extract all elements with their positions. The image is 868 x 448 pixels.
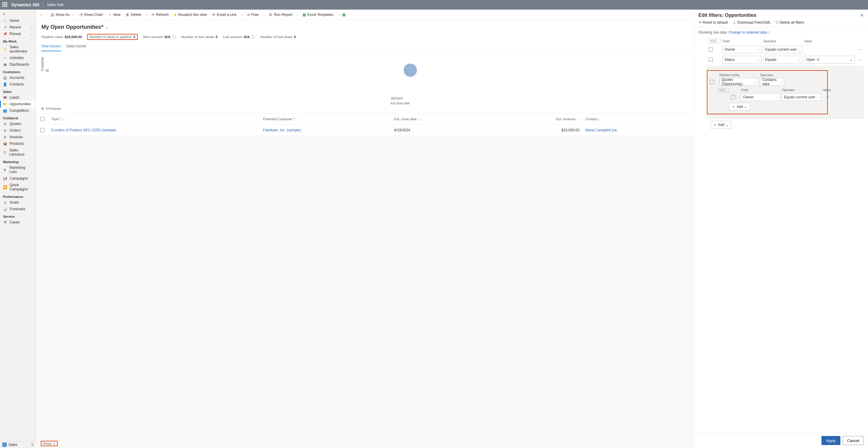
close-icon[interactable]: ✕ [860,13,864,18]
cell-customer-link[interactable]: Fabrikam, Inc. (sample) [263,128,301,132]
nav-opportunities[interactable]: 📂Opportunities [0,101,36,107]
cancel-button[interactable]: Cancel [843,436,864,445]
reset-to-default-button[interactable]: ⟲Reset to default [699,21,728,25]
show-as-button[interactable]: ▤Show As⌄ [49,11,76,18]
refresh-button[interactable]: ⟳Refresh [150,11,170,18]
entity-op-value: Contains data [762,78,780,86]
related-entity-selector[interactable]: Quotes (Opportunity)⌄ [719,78,758,86]
select-all-checkbox[interactable] [36,114,48,125]
view-selector[interactable]: My Open Opportunities* ⌄ [41,24,688,30]
cell-contact-link[interactable]: Maria Campbell (sa [586,128,617,132]
area-switcher[interactable]: S Sales ⇅ [0,441,36,448]
tab-sales-funnel[interactable]: Sales funnel [66,42,86,51]
nav-competitors[interactable]: 👥Competitors [0,107,36,114]
pin-icon: 📌 [3,32,7,36]
chevron-down-icon: ⌄ [798,48,800,51]
value-tag-input[interactable]: Open✕⌄ [804,56,855,64]
nav-contacts[interactable]: 👤Contacts [0,81,36,88]
operator-selector[interactable]: Equals current user⌄ [782,93,821,101]
group-operator-selector[interactable]: AND⌄ [709,39,721,43]
nav-invoices[interactable]: 🗎Invoices [0,134,36,140]
nav-accounts[interactable]: 🏢Accounts [0,74,36,81]
nav-marketing-lists[interactable]: 🗎Marketing Lists [0,164,36,175]
nav-campaigns[interactable]: 📢Campaigns [0,175,36,182]
filter-row-checkbox[interactable] [709,47,713,51]
nav-products[interactable]: 📦Products [0,140,36,147]
change-retained-link[interactable]: Change to retained data [728,30,767,34]
nav-quick-campaigns[interactable]: ⏩Quick Campaigns [0,182,36,193]
filter-row-checkbox[interactable] [709,58,713,62]
field-selector[interactable]: Status⌄ [722,56,762,64]
nav-orders[interactable]: 🗎Orders [0,127,36,134]
row-more-button[interactable]: ⋯ [857,47,864,51]
chevron-down-icon[interactable]: ⌄ [338,13,340,16]
table-row[interactable]: 6 orders of Product SKU JJ202 (sample) F… [36,125,694,136]
download-fetchxml-button[interactable]: ⭳Download FetchXML [733,21,771,25]
nav-forecasts[interactable]: 📊Forecasts [0,206,36,212]
flow-button[interactable]: ⇉Flow [245,11,260,18]
apply-button[interactable]: Apply [822,436,840,445]
tab-deal-tracker[interactable]: Deal tracker [41,42,61,51]
back-button[interactable]: ← [38,11,45,18]
new-button[interactable]: ＋New [106,11,122,18]
excel-icon[interactable]: ▦ [342,12,345,17]
info-icon[interactable]: i [251,35,255,39]
nav-pinned[interactable]: 📌Pinned⌄ [0,31,36,37]
operator-value: Equals current user [784,95,815,99]
metric-label: Number of deals in pipeline [90,35,131,39]
chevron-down-icon[interactable]: ⌄ [146,13,148,16]
run-report-button[interactable]: 🗎Run Report [267,11,294,18]
col-revenue[interactable]: Est. revenue ⌄ [495,114,583,125]
chevron-down-icon[interactable]: ⌄ [297,13,299,16]
nav-sales-literature[interactable]: 🗀Sales Literature [0,147,36,158]
operator-selector[interactable]: Equals⌄ [763,56,802,64]
metric-lost-deals: Number of lost deals0 [260,35,296,39]
nav-home[interactable]: ⌂Home [0,18,36,24]
nav-leads[interactable]: ☎Leads [0,94,36,101]
nav-goals[interactable]: ◎Goals [0,199,36,206]
visualize-button[interactable]: ▮Visualize this view [172,11,209,18]
chevron-down-icon[interactable]: ⌄ [263,13,265,16]
row-more-button[interactable]: ⋯ [857,58,864,62]
app-launcher-icon[interactable] [2,2,8,7]
nav-group-customers: Customers [0,68,36,74]
col-contact[interactable]: Contact⌄ [583,114,694,125]
chevron-down-icon[interactable]: ⌄ [241,13,243,16]
email-link-button[interactable]: ✉Email a Link [210,11,238,18]
add-nested-filter-button[interactable]: ＋Add⌄ [729,103,750,111]
chart-bubble[interactable] [404,64,417,77]
delete-all-filters-button[interactable]: ▽Delete all filters [776,21,804,25]
add-filter-button[interactable]: ＋Add⌄ [710,121,731,129]
col-close-date[interactable]: Est. close date ↑⌄ [391,114,495,125]
row-checkbox[interactable] [36,125,48,136]
row-more-button[interactable]: ⋯ [825,95,832,99]
nav-activities[interactable]: ✓Activities [0,55,36,61]
filter-row-checkbox[interactable] [731,95,735,99]
remove-tag-icon[interactable]: ✕ [817,58,820,62]
cell-topic-link[interactable]: 6 orders of Product SKU JJ202 (sample) [51,128,116,132]
excel-templates-button[interactable]: ▦Excel Templates [301,11,335,18]
nav-dashboards[interactable]: ▦Dashboards [0,61,36,68]
delete-button[interactable]: 🗑Delete [124,11,143,18]
nav-cases[interactable]: 🛠Cases [0,219,36,226]
nav-sales-accelerator[interactable]: ⚡Sales accelerator [0,44,36,55]
info-icon[interactable]: i [172,35,176,39]
folder-icon: 📂 [3,102,7,106]
chevron-down-icon: ⌄ [850,58,853,62]
separator [47,12,47,18]
nav-quotes[interactable]: 🗎Quotes [0,120,36,127]
field-selector[interactable]: Owner⌄ [741,93,780,101]
info-icon[interactable]: i [769,30,770,34]
hamburger-icon[interactable]: ≡ [0,11,36,18]
group-operator-selector[interactable]: AND⌄ [718,88,729,93]
related-entity-group: Related entity Operator Quotes (Opportun… [707,70,828,114]
operator-selector[interactable]: Equals current user⌄ [763,45,802,54]
col-topic[interactable]: Topic *⌄ [48,114,260,125]
field-selector[interactable]: Owner⌄ [722,45,762,54]
show-chart-button[interactable]: ◔Show Chart [78,11,105,18]
nav-recent[interactable]: ↺Recent⌄ [0,24,36,31]
col-customer[interactable]: Potential Customer *⌄ [260,114,391,125]
filter-row-checkbox[interactable] [710,80,714,84]
entity-operator-selector[interactable]: Contains data⌄ [760,78,784,86]
nav-label: Quick Campaigns [10,183,33,191]
